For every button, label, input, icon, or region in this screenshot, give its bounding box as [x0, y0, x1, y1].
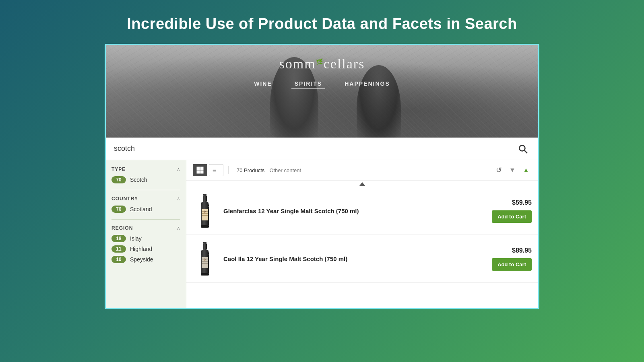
sort-icons: ↺ ▼ ▲ — [493, 165, 532, 176]
logo-prefix: somm — [279, 56, 316, 71]
facet-region-item-speyside[interactable]: 10 Speyside — [111, 256, 180, 263]
svg-text:🦅: 🦅 — [204, 258, 206, 261]
nav-happenings[interactable]: HAPPENINGS — [341, 79, 393, 89]
product-image-1: 🦅 — [193, 193, 217, 229]
content-layout: TYPE ∧ 70 Scotch COUNTRY ∧ 70 Scotland — [106, 160, 538, 309]
svg-text:≡: ≡ — [213, 167, 216, 173]
svg-rect-13 — [202, 215, 208, 216]
facet-label-scotland: Scotland — [130, 206, 152, 212]
svg-rect-22 — [202, 263, 208, 264]
add-to-cart-button-2[interactable]: Add to Cart — [492, 258, 532, 271]
product-image-2: 🦅 — [193, 241, 217, 277]
facet-type-chevron-icon[interactable]: ∧ — [177, 167, 180, 172]
facet-country: COUNTRY ∧ 70 Scotland — [111, 196, 180, 213]
product-item-1: 🦅 Glenfarclas 12 Year Single Malt Scotch… — [186, 187, 538, 235]
facet-region: REGION ∧ 18 Islay 11 Highland 10 Speysid… — [111, 225, 180, 263]
svg-rect-3 — [200, 167, 203, 170]
facet-country-title: COUNTRY — [111, 196, 138, 202]
logo-leaf-icon: 🌿 — [316, 59, 324, 65]
refresh-button[interactable]: ↺ — [493, 165, 504, 176]
product-list: 🦅 Glenfarclas 12 Year Single Malt Scotch… — [186, 187, 538, 283]
facet-region-header: REGION ∧ — [111, 225, 180, 231]
list-view-button[interactable]: ≡ — [209, 164, 223, 176]
product-price-2: $89.95 — [512, 247, 532, 254]
facet-country-header: COUNTRY ∧ — [111, 196, 180, 202]
svg-rect-7 — [203, 194, 206, 195]
sort-up-button[interactable]: ▲ — [520, 165, 532, 176]
facet-type-header: TYPE ∧ — [111, 167, 180, 172]
site-logo: somm🌿cellars — [279, 56, 365, 72]
facet-region-item-islay[interactable]: 18 Islay — [111, 235, 180, 242]
add-to-cart-button-1[interactable]: Add to Cart — [492, 210, 532, 223]
results-count: 70 Products — [237, 167, 264, 173]
sort-down-button[interactable]: ▼ — [507, 165, 518, 176]
page-title: Incredible Use of Product Data and Facet… — [127, 15, 517, 33]
facet-count-speyside: 10 — [111, 256, 126, 263]
facet-label-highland: Highland — [130, 246, 152, 252]
svg-rect-21 — [202, 261, 208, 262]
svg-rect-17 — [203, 243, 207, 250]
toolbar-separator — [228, 166, 229, 174]
facet-region-item-highland[interactable]: 11 Highland — [111, 245, 180, 253]
facet-country-item-scotland[interactable]: 70 Scotland — [111, 206, 180, 213]
grid-view-button[interactable] — [193, 164, 207, 176]
facets-panel: TYPE ∧ 70 Scotch COUNTRY ∧ 70 Scotland — [106, 160, 186, 309]
site-header: somm🌿cellars WINE SPIRITS HAPPENINGS — [106, 45, 538, 138]
facet-count-islay: 18 — [111, 235, 126, 242]
facet-divider-1 — [111, 190, 180, 190]
facet-count-scotland: 70 — [111, 206, 126, 213]
search-bar — [106, 138, 538, 160]
product-actions-2: $89.95 Add to Cart — [487, 247, 532, 271]
facet-label-speyside: Speyside — [130, 256, 153, 263]
logo-suffix: cellars — [324, 56, 365, 71]
svg-rect-24 — [201, 273, 209, 276]
product-name-1: Glenfarclas 12 Year Single Malt Scotch (… — [223, 207, 481, 215]
triangle-icon — [359, 182, 365, 186]
facet-divider-2 — [111, 219, 180, 220]
facet-region-chevron-icon[interactable]: ∧ — [177, 225, 180, 231]
results-toolbar: ≡ 70 Products Other content ↺ ▼ ▲ — [186, 160, 538, 181]
facet-type-title: TYPE — [111, 167, 126, 172]
facet-label-islay: Islay — [130, 235, 142, 242]
browser-window: somm🌿cellars WINE SPIRITS HAPPENINGS TYP… — [105, 44, 539, 309]
product-name-2: Caol Ila 12 Year Single Malt Scotch (750… — [223, 255, 481, 263]
svg-line-1 — [524, 150, 527, 153]
svg-rect-5 — [200, 171, 203, 173]
svg-point-0 — [519, 145, 525, 151]
product-info-1: Glenfarclas 12 Year Single Malt Scotch (… — [223, 207, 481, 215]
nav-spirits[interactable]: SPIRITS — [291, 79, 325, 89]
product-actions-1: $59.95 Add to Cart — [487, 199, 532, 223]
facet-type: TYPE ∧ 70 Scotch — [111, 167, 180, 183]
search-input[interactable] — [114, 144, 516, 153]
facet-region-title: REGION — [111, 225, 133, 231]
search-button[interactable] — [516, 142, 530, 156]
facet-count-scotch: 70 — [111, 176, 126, 183]
facet-label-scotch: Scotch — [130, 177, 147, 183]
facet-type-item-scotch[interactable]: 70 Scotch — [111, 176, 180, 183]
product-item-2: 🦅 Caol Ila 12 Year Single Malt Scotch (7… — [186, 235, 538, 283]
sort-indicator — [186, 181, 538, 187]
site-nav: WINE SPIRITS HAPPENINGS — [251, 79, 393, 89]
facet-country-chevron-icon[interactable]: ∧ — [177, 196, 180, 202]
facet-count-highland: 11 — [111, 245, 126, 253]
svg-rect-16 — [203, 242, 206, 243]
nav-wine[interactable]: WINE — [251, 79, 275, 89]
svg-rect-8 — [203, 195, 207, 202]
svg-rect-15 — [201, 225, 209, 228]
product-info-2: Caol Ila 12 Year Single Malt Scotch (750… — [223, 255, 481, 263]
svg-rect-2 — [197, 167, 200, 170]
svg-rect-4 — [197, 171, 200, 173]
results-other: Other content — [269, 167, 301, 173]
svg-text:🦅: 🦅 — [204, 210, 206, 213]
product-price-1: $59.95 — [512, 199, 532, 206]
results-panel: ≡ 70 Products Other content ↺ ▼ ▲ — [186, 160, 538, 309]
svg-rect-12 — [202, 213, 208, 214]
view-icons: ≡ — [193, 164, 223, 176]
